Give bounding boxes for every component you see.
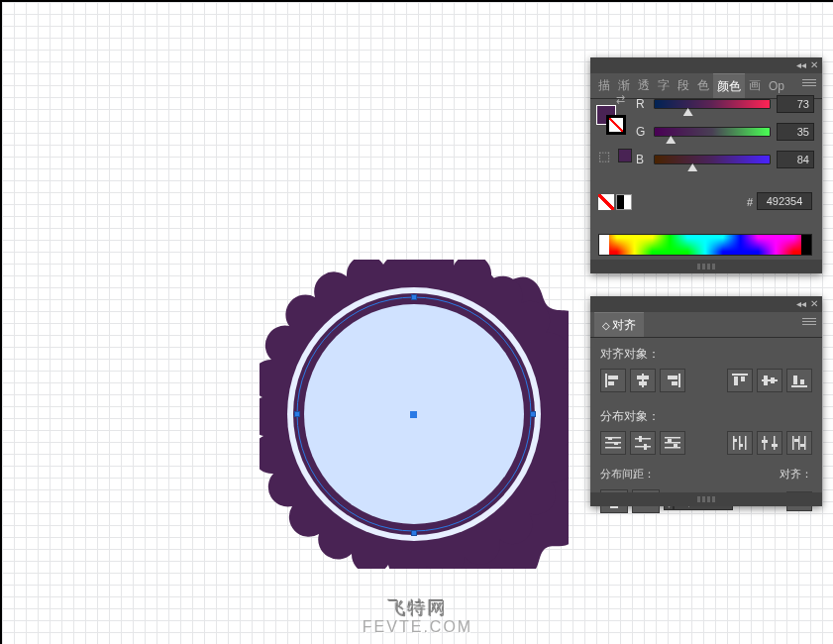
svg-rect-9: [672, 381, 677, 385]
svg-rect-24: [635, 438, 651, 440]
watermark-line2: FEVTE.COM: [2, 618, 833, 636]
value-b[interactable]: 84: [777, 151, 814, 168]
tab-align[interactable]: ◇对齐: [594, 312, 644, 337]
svg-rect-15: [771, 377, 775, 383]
slider-r[interactable]: R 73: [636, 90, 814, 118]
fill-stroke-indicator[interactable]: [596, 105, 628, 137]
svg-rect-36: [733, 439, 737, 442]
align-top-button[interactable]: [727, 369, 753, 392]
align-left-button[interactable]: [600, 369, 626, 392]
watermark-line1: 飞特网: [2, 596, 833, 620]
svg-rect-31: [668, 439, 672, 442]
label-distribute-spacing: 分布间距：: [600, 467, 655, 482]
distribute-hcenter-button[interactable]: [757, 431, 782, 455]
panel-footer[interactable]: [590, 492, 822, 506]
color-panel[interactable]: ◂◂ ✕ 描 渐 透 字 段 色 颜色 画 Op ⇄ ⬚ R 73: [590, 57, 822, 273]
distribute-right-button[interactable]: [786, 431, 812, 455]
svg-rect-33: [733, 436, 735, 450]
selection-center[interactable]: [410, 411, 417, 418]
svg-rect-7: [678, 374, 680, 387]
label-g: G: [636, 125, 648, 139]
svg-rect-42: [792, 436, 794, 450]
svg-rect-40: [762, 440, 768, 443]
svg-rect-25: [635, 446, 651, 448]
distribute-left-button[interactable]: [727, 431, 753, 455]
close-icon[interactable]: ✕: [810, 59, 820, 69]
svg-rect-21: [605, 447, 621, 449]
distribute-bottom-button[interactable]: [660, 431, 685, 455]
label-align-to: 对齐：: [780, 467, 812, 482]
color-spectrum[interactable]: [598, 234, 812, 256]
svg-rect-14: [764, 376, 768, 385]
black-white-swatch[interactable]: [616, 194, 632, 210]
label-align-objects: 对齐对象：: [590, 338, 822, 367]
label-distribute-objects: 分布对象：: [590, 400, 822, 429]
hex-input[interactable]: 492354: [757, 192, 812, 210]
selection-handle-n[interactable]: [411, 294, 417, 300]
label-b: B: [636, 153, 648, 166]
align-right-button[interactable]: [660, 369, 685, 392]
stroke-swatch[interactable]: [606, 115, 626, 135]
swap-fill-stroke-icon[interactable]: ⇄: [616, 93, 625, 106]
svg-rect-45: [794, 439, 798, 442]
close-icon[interactable]: ✕: [810, 298, 820, 308]
svg-rect-39: [774, 436, 776, 450]
distribute-top-button[interactable]: [600, 431, 626, 455]
svg-rect-43: [798, 436, 800, 450]
artwork-badge[interactable]: [260, 260, 569, 569]
svg-rect-5: [637, 376, 649, 379]
svg-rect-37: [739, 444, 743, 447]
panel-header[interactable]: ◂◂ ✕: [590, 57, 822, 73]
svg-rect-29: [665, 442, 680, 444]
svg-rect-10: [732, 374, 748, 376]
slider-b[interactable]: B 84: [636, 146, 814, 173]
svg-rect-26: [639, 436, 642, 442]
current-color-swatch[interactable]: [618, 149, 632, 162]
svg-rect-30: [665, 447, 680, 449]
tab-stroke[interactable]: 描: [594, 77, 614, 94]
selection-handle-w[interactable]: [294, 411, 300, 417]
align-bottom-button[interactable]: [786, 369, 812, 392]
svg-rect-3: [608, 381, 614, 385]
svg-rect-18: [800, 379, 804, 384]
panel-footer[interactable]: [590, 260, 822, 273]
value-r[interactable]: 73: [777, 95, 814, 113]
panel-header[interactable]: ◂◂ ✕: [590, 296, 822, 312]
svg-rect-2: [608, 376, 618, 379]
align-hcenter-button[interactable]: [630, 369, 656, 392]
svg-rect-22: [608, 437, 612, 440]
svg-rect-11: [734, 376, 738, 385]
selection-handle-s[interactable]: [411, 530, 417, 536]
panel-tabs[interactable]: ◇对齐: [590, 312, 822, 338]
canvas[interactable]: 飞特网 FEVTE.COM ◂◂ ✕ 描 渐 透 字 段 色 颜色 画 Op ⇄…: [0, 0, 833, 644]
value-g[interactable]: 35: [777, 123, 814, 141]
out-of-gamut-icon[interactable]: ⬚: [598, 149, 610, 163]
align-vcenter-button[interactable]: [757, 369, 782, 392]
none-swatch[interactable]: [598, 194, 614, 210]
panel-menu-icon[interactable]: [802, 79, 816, 86]
panel-menu-icon[interactable]: [802, 318, 816, 325]
svg-rect-44: [804, 436, 806, 450]
selection-handle-e[interactable]: [530, 411, 536, 417]
slider-track-b[interactable]: [654, 155, 771, 164]
svg-rect-41: [772, 444, 778, 447]
svg-rect-20: [605, 442, 621, 444]
svg-rect-12: [741, 376, 745, 381]
distribute-vcenter-button[interactable]: [630, 431, 656, 455]
svg-rect-27: [644, 444, 647, 450]
slider-track-r[interactable]: [654, 99, 771, 109]
svg-rect-6: [639, 381, 647, 385]
svg-rect-35: [745, 436, 747, 450]
svg-rect-32: [674, 444, 677, 447]
watermark: 飞特网 FEVTE.COM: [2, 596, 833, 636]
svg-rect-23: [614, 442, 618, 445]
svg-rect-1: [605, 374, 607, 387]
align-panel[interactable]: ◂◂ ✕ ◇对齐 对齐对象： 分布对象：: [590, 296, 822, 506]
svg-rect-28: [665, 437, 680, 439]
slider-track-g[interactable]: [654, 127, 771, 137]
tab-gradient[interactable]: 渐: [614, 77, 634, 94]
collapse-icon[interactable]: ◂◂: [796, 298, 806, 309]
slider-g[interactable]: G 35: [636, 118, 814, 146]
svg-rect-46: [800, 444, 804, 447]
collapse-icon[interactable]: ◂◂: [796, 59, 806, 70]
